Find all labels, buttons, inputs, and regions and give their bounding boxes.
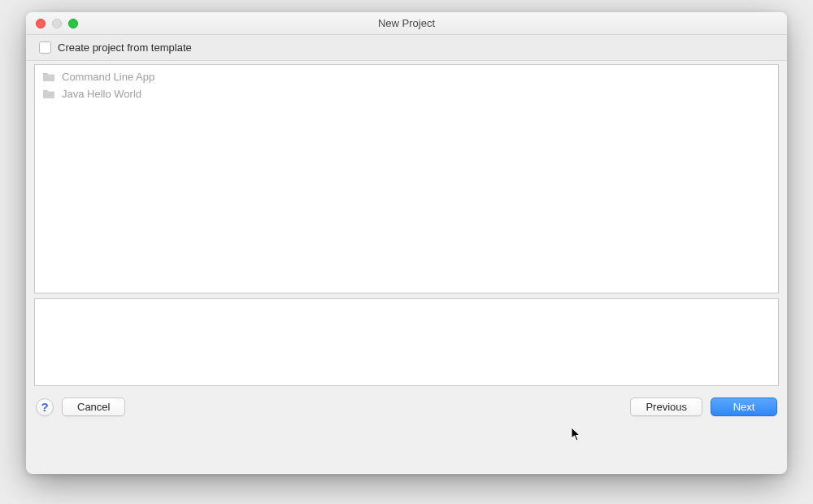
help-button[interactable]: ? [36,398,54,416]
folder-icon [41,72,56,83]
list-item[interactable]: Java Hello World [35,85,778,102]
maximize-icon[interactable] [68,19,78,28]
minimize-icon[interactable] [52,19,62,28]
folder-icon [41,89,56,100]
template-label: Command Line App [62,71,154,83]
create-from-template-label: Create project from template [58,41,192,54]
create-from-template-checkbox[interactable] [39,41,51,54]
template-label: Java Hello World [62,88,141,100]
dialog-content: Create project from template Command Lin… [26,35,787,428]
panels-wrapper: Command Line App Java Hello World [26,61,787,386]
cancel-button[interactable]: Cancel [62,398,125,416]
description-panel [34,298,779,386]
button-bar: ? Cancel Previous Next [26,386,787,428]
template-checkbox-row: Create project from template [26,35,787,61]
window-controls [36,19,78,28]
template-list[interactable]: Command Line App Java Hello World [34,64,779,293]
list-item[interactable]: Command Line App [35,68,778,85]
previous-button[interactable]: Previous [630,398,702,416]
new-project-dialog: New Project Create project from template… [26,12,787,474]
next-button[interactable]: Next [711,398,777,416]
window-title: New Project [26,17,787,29]
close-icon[interactable] [36,19,46,28]
titlebar: New Project [26,12,787,35]
